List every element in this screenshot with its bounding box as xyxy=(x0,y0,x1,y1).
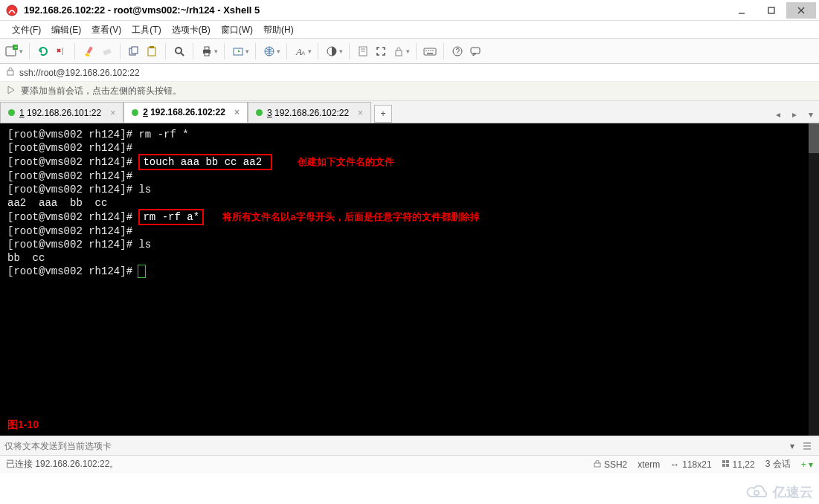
svg-rect-2 xyxy=(768,7,774,13)
status-connection: 已连接 192.168.26.102:22。 xyxy=(6,458,118,471)
tab-menu-icon[interactable]: ▾ xyxy=(803,106,819,123)
svg-rect-50 xyxy=(726,464,729,467)
svg-line-17 xyxy=(181,53,184,56)
terminal[interactable]: [root@vms002 rh124]# rm -rf *[root@vms00… xyxy=(0,123,819,436)
help-icon[interactable]: ? xyxy=(450,44,465,59)
annotation-text: 将所有文件名以a字母开头，后面是任意字符的文件都删除掉 xyxy=(222,210,479,224)
bookmark-tip-bar: 要添加当前会话，点击左侧的箭头按钮。 xyxy=(0,82,819,101)
svg-text:?: ? xyxy=(456,48,460,56)
dropdown-icon[interactable]: ▾ xyxy=(277,48,280,55)
fullscreen-icon[interactable] xyxy=(373,44,388,59)
search-icon[interactable] xyxy=(172,44,187,59)
tab-prev-icon[interactable]: ◂ xyxy=(770,106,786,123)
tab-label: 192.168.26.102:22 xyxy=(150,107,225,117)
terminal-line: [root@vms002 rh124]# rm -rf a* 将所有文件名以a字… xyxy=(7,210,812,224)
dropdown-icon[interactable]: ▾ xyxy=(214,48,218,55)
lock-icon xyxy=(6,67,15,78)
highlighter-icon[interactable] xyxy=(81,44,96,59)
menu-window[interactable]: 窗口(W) xyxy=(216,22,257,36)
separator-icon xyxy=(74,43,75,59)
svg-rect-31 xyxy=(424,48,436,55)
app-logo-icon xyxy=(6,4,18,16)
composer-menu-icon[interactable] xyxy=(800,439,815,453)
address-text[interactable]: ssh://root@192.168.26.102:22 xyxy=(19,68,140,78)
menu-view[interactable]: 查看(V) xyxy=(87,22,126,36)
disconnect-icon[interactable] xyxy=(54,44,68,59)
svg-point-32 xyxy=(425,50,427,51)
watermark-logo: 亿速云 xyxy=(746,483,813,501)
separator-icon xyxy=(443,43,444,59)
composer-input[interactable] xyxy=(4,441,785,451)
close-tab-icon[interactable]: × xyxy=(110,108,115,118)
menu-file[interactable]: 文件(F) xyxy=(7,22,45,36)
separator-icon xyxy=(416,43,417,59)
paste-icon[interactable] xyxy=(144,44,159,59)
annotation-text: 创建如下文件名的文件 xyxy=(298,155,394,169)
status-dot-icon xyxy=(132,109,138,116)
separator-icon xyxy=(120,43,121,59)
bookmark-arrow-icon[interactable] xyxy=(6,85,16,97)
color-scheme-icon[interactable] xyxy=(324,44,339,59)
tab-session-3[interactable]: 3 192.168.26.102:22 × xyxy=(248,102,371,123)
status-add-icon[interactable]: + ▾ xyxy=(801,459,813,470)
new-session-icon[interactable]: + xyxy=(4,44,19,59)
separator-icon xyxy=(29,43,30,59)
terminal-line: [root@vms002 rh124]# xyxy=(7,141,812,155)
window-title: 192.168.26.102:22 - root@vms002:~/rh124 … xyxy=(24,4,727,16)
composer-dropdown-icon[interactable]: ▾ xyxy=(785,439,800,453)
lock-icon xyxy=(594,459,601,470)
print-icon[interactable] xyxy=(199,44,214,59)
grid-icon xyxy=(722,459,730,470)
svg-marker-22 xyxy=(238,50,240,52)
add-tab-button[interactable]: + xyxy=(374,105,392,123)
menu-tools[interactable]: 工具(T) xyxy=(127,22,165,36)
lock-icon[interactable] xyxy=(391,44,406,59)
svg-point-16 xyxy=(176,48,182,54)
session-tabs: 1 192.168.26.101:22 × 2 192.168.26.102:2… xyxy=(0,101,819,123)
file-transfer-icon[interactable] xyxy=(231,44,245,59)
maximize-button[interactable] xyxy=(757,2,786,19)
close-button[interactable] xyxy=(786,2,816,19)
tab-session-2[interactable]: 2 192.168.26.102:22 × xyxy=(123,102,248,123)
svg-rect-13 xyxy=(132,47,138,54)
close-tab-icon[interactable]: × xyxy=(358,108,363,118)
dropdown-icon[interactable]: ▾ xyxy=(245,48,249,55)
status-dot-icon xyxy=(8,109,15,116)
svg-rect-10 xyxy=(87,46,93,54)
status-termtype: xterm xyxy=(637,459,660,470)
minimize-button[interactable] xyxy=(727,2,757,19)
svg-rect-15 xyxy=(150,46,154,48)
separator-icon xyxy=(193,43,193,59)
close-tab-icon[interactable]: × xyxy=(234,107,240,117)
tab-label: 192.168.26.102:22 xyxy=(274,108,349,118)
scrollbar-thumb[interactable] xyxy=(809,123,819,153)
highlighted-command: rm -rf a* xyxy=(138,209,204,225)
dropdown-icon[interactable]: ▾ xyxy=(339,48,343,55)
dropdown-icon[interactable]: ▾ xyxy=(308,48,312,55)
svg-rect-49 xyxy=(722,464,725,467)
tab-session-1[interactable]: 1 192.168.26.101:22 × xyxy=(0,102,123,123)
font-icon[interactable]: A A xyxy=(293,44,308,59)
menu-edit[interactable]: 编辑(E) xyxy=(47,22,86,36)
svg-point-33 xyxy=(428,50,429,51)
separator-icon xyxy=(165,43,166,59)
terminal-line: [root@vms002 rh124]# ls xyxy=(7,238,812,251)
globe-icon[interactable] xyxy=(262,44,277,59)
comment-icon[interactable] xyxy=(468,44,483,59)
tab-next-icon[interactable]: ▸ xyxy=(786,106,803,123)
dropdown-icon[interactable]: ▾ xyxy=(19,48,23,55)
menu-tabs[interactable]: 选项卡(B) xyxy=(167,22,215,36)
svg-text:+: + xyxy=(14,45,18,51)
terminal-scrollbar[interactable] xyxy=(809,123,819,436)
reconnect-icon[interactable] xyxy=(36,44,51,59)
terminal-line: [root@vms002 rh124]# xyxy=(7,169,812,183)
copy-icon[interactable] xyxy=(126,44,141,59)
dropdown-icon[interactable]: ▾ xyxy=(406,48,410,55)
keyboard-icon[interactable] xyxy=(423,44,437,59)
tab-label: 192.168.26.101:22 xyxy=(27,108,101,118)
eraser-icon[interactable] xyxy=(99,44,114,59)
tab-hotkey: 1 xyxy=(19,108,25,118)
menu-help[interactable]: 帮助(H) xyxy=(259,22,298,36)
figure-label: 图1-10 xyxy=(7,418,39,431)
script-icon[interactable] xyxy=(356,44,370,59)
